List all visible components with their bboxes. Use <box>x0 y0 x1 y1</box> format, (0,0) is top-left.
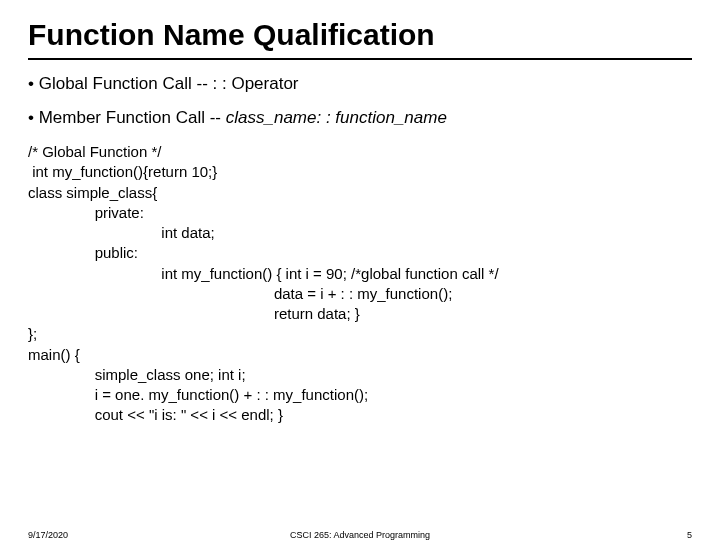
bullet-member-call: • Member Function Call -- class_name: : … <box>28 108 692 128</box>
bullet-member-lead: • Member Function Call -- <box>28 108 226 127</box>
code-block: /* Global Function */ int my_function(){… <box>28 142 692 426</box>
footer-page: 5 <box>687 530 692 540</box>
bullet-global-call: • Global Function Call -- : : Operator <box>28 74 692 94</box>
footer-course: CSCI 265: Advanced Programming <box>0 530 720 540</box>
slide-title: Function Name Qualification <box>28 18 692 60</box>
bullet-member-italic: class_name: : function_name <box>226 108 447 127</box>
slide: Function Name Qualification • Global Fun… <box>0 0 720 540</box>
